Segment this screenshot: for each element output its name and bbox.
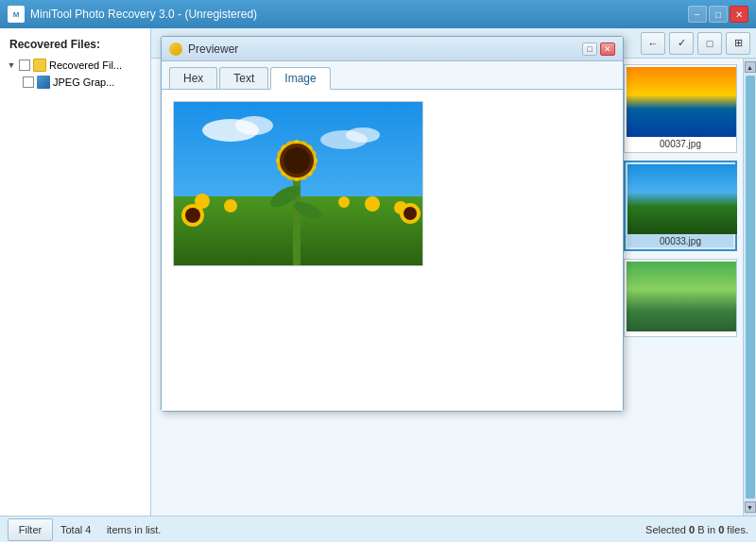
thumbnail-image: [627, 164, 737, 234]
app-title: MiniTool Photo Recovery 3.0 - (Unregiste…: [30, 8, 688, 21]
svg-point-4: [346, 127, 380, 143]
scroll-thumb[interactable]: [746, 76, 755, 499]
selected-count: 0: [689, 524, 695, 535]
dialog-titlebar: Previewer □ ✕: [162, 37, 623, 61]
tree-item-recovered[interactable]: ▼ Recovered Fil...: [0, 57, 150, 74]
thumbnail-label: 00037.jpg: [627, 137, 734, 150]
expand-icon: ▼: [6, 59, 17, 71]
scroll-up[interactable]: ▲: [745, 61, 756, 73]
scroll-down[interactable]: ▼: [745, 501, 756, 513]
thumbnail-item-selected[interactable]: 00033.jpg: [624, 161, 737, 251]
svg-point-25: [185, 208, 200, 223]
tab-text[interactable]: Text: [219, 67, 268, 89]
tree-label-recovered: Recovered Fil...: [49, 59, 122, 71]
folder-icon: [33, 59, 46, 72]
bottom-bar: Filter Total 4xxxitems in list. Selected…: [0, 516, 756, 542]
svg-point-21: [284, 147, 310, 174]
thumbnail-item[interactable]: 00037.jpg: [624, 64, 737, 153]
thumbnail-image: [627, 67, 736, 137]
close-button[interactable]: ✕: [730, 6, 748, 23]
tab-image[interactable]: Image: [270, 67, 330, 90]
window-controls: − □ ✕: [688, 6, 748, 23]
previewer-dialog: Previewer □ ✕ Hex Text Image: [161, 36, 624, 412]
dialog-close-btn[interactable]: ✕: [600, 42, 615, 56]
selected-status: Selected 0 B in 0 files.: [645, 524, 748, 535]
thumbnail-label: 00033.jpg: [627, 234, 733, 247]
left-panel: Recovered Files: ▼ Recovered Fil... JPEG…: [0, 28, 151, 516]
app-logo: M: [8, 6, 25, 23]
selected-files: 0: [718, 524, 724, 535]
maximize-button[interactable]: □: [709, 6, 728, 23]
dialog-tabs: Hex Text Image: [162, 61, 623, 90]
main-window: Recovered Files: ▼ Recovered Fil... JPEG…: [0, 28, 756, 542]
total-status: Total 4xxxitems in list.: [60, 524, 161, 535]
svg-point-8: [365, 196, 380, 212]
svg-rect-11: [293, 168, 301, 266]
tree-checkbox-jpeg[interactable]: [23, 76, 34, 88]
thumbnail-label: [627, 331, 734, 334]
svg-point-7: [224, 199, 237, 212]
minimize-button[interactable]: −: [688, 6, 707, 23]
tree-label-jpeg: JPEG Grap...: [53, 76, 114, 88]
tree-checkbox[interactable]: [19, 59, 30, 71]
grid-view-btn[interactable]: ⊞: [726, 32, 750, 55]
thumbnail-item[interactable]: [624, 259, 737, 337]
svg-point-10: [338, 196, 350, 208]
thumbnail-image: [627, 262, 736, 331]
dialog-icon: [169, 42, 182, 56]
selected-size: B: [697, 524, 704, 535]
recovered-files-title: Recovered Files:: [0, 34, 150, 57]
preview-image: [173, 101, 423, 266]
filter-button[interactable]: Filter: [8, 518, 53, 541]
check-all-btn[interactable]: ✓: [669, 32, 694, 55]
content-area: Recovered Files: ▼ Recovered Fil... JPEG…: [0, 28, 756, 516]
single-view-btn[interactable]: □: [697, 32, 722, 55]
dialog-minimize-btn[interactable]: □: [582, 42, 597, 56]
back-icon-btn[interactable]: ←: [641, 32, 665, 55]
title-bar: M MiniTool Photo Recovery 3.0 - (Unregis…: [0, 0, 756, 28]
svg-point-2: [235, 116, 273, 135]
dialog-title: Previewer: [188, 42, 579, 56]
dialog-content: [162, 90, 623, 411]
scrollbar[interactable]: ▲ ▼: [743, 59, 756, 516]
tree-item-jpeg[interactable]: JPEG Grap...: [0, 74, 150, 91]
svg-point-27: [404, 207, 417, 220]
file-icon: [37, 76, 50, 89]
right-panel: ← ✓ □ ⊞ 00037.jpg: [151, 28, 756, 516]
tab-hex[interactable]: Hex: [169, 67, 217, 89]
